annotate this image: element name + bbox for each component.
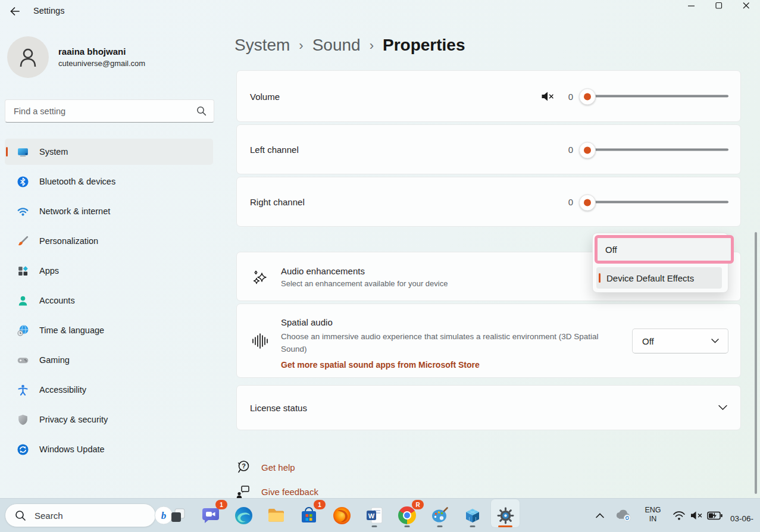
scrollbar-thumb[interactable] [755, 232, 757, 494]
get-help-link[interactable]: ? Get help [236, 459, 295, 475]
edge-icon [234, 506, 253, 525]
breadcrumb-separator: › [370, 37, 374, 54]
task-view-button[interactable] [165, 502, 191, 528]
app-title: Settings [33, 6, 64, 15]
breadcrumb-sound[interactable]: Sound [312, 36, 361, 55]
right-channel-slider[interactable] [580, 201, 728, 203]
accounts-icon [17, 295, 29, 307]
right-channel-slider-thumb[interactable] [579, 194, 596, 211]
dropdown-option-off[interactable]: Off [595, 235, 734, 264]
sidebar-item-label: Windows Update [39, 445, 105, 454]
minimize-icon [688, 2, 695, 9]
sidebar-item-label: Personalization [39, 236, 98, 246]
personalization-icon [17, 235, 29, 248]
taskbar: b 1 1 W R [0, 498, 760, 532]
word-button[interactable]: W [361, 502, 387, 528]
tray-chevron-up-button[interactable] [592, 508, 608, 522]
running-indicator [405, 525, 410, 527]
settings-button[interactable] [492, 502, 518, 528]
slider-thumb-dot [584, 199, 591, 206]
sidebar-item-network-internet[interactable]: Network & internet [5, 198, 213, 224]
sidebar-item-apps[interactable]: Apps [5, 258, 213, 284]
audio-enhancements-title: Audio enhancements [281, 265, 448, 276]
cube-app-icon [464, 506, 481, 524]
account-name: raaina bhojwani [58, 46, 145, 57]
sidebar-item-label: Network & internet [39, 206, 110, 216]
spatial-audio-select[interactable]: Off [632, 328, 728, 353]
find-setting-box[interactable] [5, 99, 214, 123]
volume-card: Volume 0 [236, 70, 741, 122]
spatial-audio-store-link[interactable]: Get more spatial sound apps from Microso… [281, 360, 626, 370]
spatial-audio-title: Spatial audio [281, 317, 626, 327]
sidebar-item-privacy-security[interactable]: Privacy & security [5, 406, 213, 433]
speaker-mute-icon [690, 511, 704, 521]
tray-language-indicator[interactable]: ENG IN [640, 504, 665, 525]
give-feedback-link[interactable]: Give feedback [236, 484, 318, 499]
volume-slider-thumb[interactable] [579, 89, 596, 105]
right-channel-value: 0 [564, 197, 573, 207]
chevron-down-icon [718, 405, 727, 411]
taskbar-search-input[interactable] [33, 510, 154, 521]
dropdown-option-label: Device Default Effects [606, 273, 694, 283]
license-status-card[interactable]: License status [236, 385, 741, 430]
edge-button[interactable] [230, 502, 257, 528]
microsoft-store-button[interactable]: 1 [296, 502, 322, 528]
right-channel-label: Right channel [250, 197, 305, 207]
breadcrumb-system[interactable]: System [234, 36, 290, 55]
search-input[interactable] [5, 107, 196, 116]
chevron-up-icon [595, 512, 605, 518]
left-channel-slider-thumb[interactable] [579, 142, 596, 158]
sidebar-item-windows-update[interactable]: Windows Update [5, 436, 213, 462]
audio-enhancements-subtitle: Select an enhancement available for your… [281, 278, 448, 287]
left-channel-slider[interactable] [580, 148, 728, 151]
svg-text:?: ? [242, 462, 246, 470]
chrome-button[interactable]: R [394, 502, 420, 528]
license-status-label: License status [250, 403, 307, 413]
chrome-profile-badge: R [412, 500, 424, 509]
battery-charging-icon [707, 511, 723, 520]
tray-date[interactable]: 03-06- [730, 514, 753, 523]
close-button[interactable] [733, 0, 760, 19]
file-explorer-button[interactable] [263, 502, 289, 528]
volume-slider[interactable] [580, 95, 728, 98]
sidebar-item-bluetooth-devices[interactable]: Bluetooth & devices [5, 168, 213, 195]
get-help-label: Get help [261, 462, 295, 472]
onedrive-button[interactable] [613, 507, 634, 524]
dropdown-option-device-default-effects[interactable]: Device Default Effects [596, 267, 722, 289]
wifi-tray-button[interactable] [671, 509, 687, 522]
minimize-button[interactable] [678, 0, 705, 19]
sidebar-item-accounts[interactable]: Accounts [5, 287, 213, 314]
sidebar-item-personalization[interactable]: Personalization [5, 228, 213, 254]
microsoft-store-icon [300, 506, 318, 525]
volume-label: Volume [250, 91, 280, 101]
volume-tray-button[interactable] [689, 509, 705, 522]
account-email: cuteuniverse@gmail.com [58, 59, 145, 68]
slider-thumb-dot [584, 146, 591, 154]
cube-app-button[interactable] [459, 502, 486, 528]
volume-mute-icon[interactable] [540, 90, 555, 102]
chat-button[interactable]: 1 [198, 502, 224, 528]
running-indicator [372, 525, 377, 527]
taskbar-search[interactable]: b [5, 503, 156, 527]
right-channel-card: Right channel 0 [236, 177, 741, 227]
word-icon: W [365, 506, 383, 524]
taskbar-search-icon [15, 510, 26, 521]
sidebar-item-label: Privacy & security [39, 415, 108, 424]
back-button[interactable] [5, 2, 25, 20]
network-icon [17, 205, 29, 218]
sidebar-item-time-language[interactable]: Time & language [5, 317, 213, 343]
paint-button[interactable] [427, 502, 453, 528]
system-icon [17, 146, 29, 158]
sidebar-item-accessibility[interactable]: Accessibility [5, 377, 213, 403]
sidebar-nav: System Bluetooth & devices Network & int… [5, 139, 213, 466]
firefox-button[interactable] [329, 502, 355, 528]
titlebar: Settings [0, 0, 760, 24]
maximize-button[interactable] [705, 0, 733, 19]
account-profile[interactable]: raaina bhojwani cuteuniverse@gmail.com [7, 36, 145, 78]
battery-tray-button[interactable] [706, 509, 724, 522]
maximize-icon [715, 2, 723, 9]
breadcrumb-separator: › [299, 37, 303, 54]
sidebar-item-gaming[interactable]: Gaming [5, 347, 213, 373]
apps-icon [17, 265, 29, 277]
sidebar-item-system[interactable]: System [5, 139, 213, 165]
